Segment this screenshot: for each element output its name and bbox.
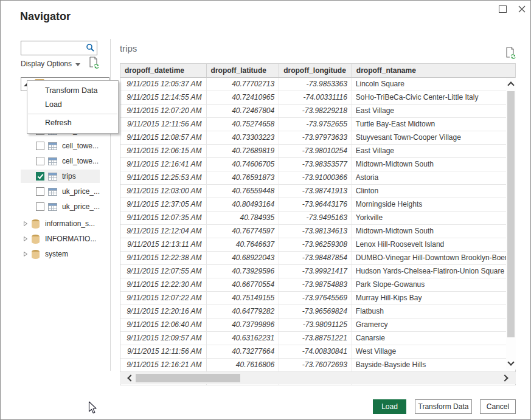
- preview-table: dropoff_datetimedropoff_latitudedropoff_…: [120, 63, 516, 385]
- table-cell: 40.76559448: [207, 185, 280, 198]
- horizontal-scroll-thumb[interactable]: [136, 374, 240, 382]
- transform-data-button[interactable]: Transform Data: [415, 399, 472, 414]
- table-cell: 9/11/2015 12:11:56 AM: [120, 345, 207, 358]
- table-cell: 40.74606705: [207, 158, 280, 171]
- table-cell: 9/11/2015 12:20:16 AM: [120, 305, 207, 318]
- table-cell: Midtown-Midtown South: [352, 225, 515, 238]
- table-icon: [48, 142, 57, 150]
- table-icon: [48, 157, 57, 165]
- table-row: 9/11/2015 12:07:22 AM40.75149155-73.9764…: [120, 292, 515, 305]
- table-cell: -73.76072693: [279, 359, 352, 371]
- tree-item-uk-price[interactable]: uk_price_...: [21, 200, 109, 213]
- table-cell: -73.9752655: [279, 118, 352, 131]
- table-cell: 9/11/2015 12:22:38 AM: [120, 252, 207, 264]
- tree-item-cell-towe[interactable]: cell_towe...: [21, 139, 109, 153]
- table-row: 9/11/2015 12:11:56 AM40.73277664-74.0083…: [120, 345, 515, 359]
- search-input[interactable]: [23, 42, 85, 54]
- tree-item-label: information_s...: [45, 219, 95, 228]
- table-cell: 40.64779282: [207, 305, 280, 318]
- maximize-button[interactable]: [496, 3, 508, 15]
- table-cell: DUMBO-Vinegar Hill-Downtown Brooklyn-Boe…: [352, 252, 515, 264]
- table-cell: 40.76591873: [207, 171, 280, 184]
- table-cell: -74.00331116: [279, 91, 352, 104]
- column-header: dropoff_datetime: [120, 64, 207, 77]
- checkbox[interactable]: [36, 187, 44, 196]
- table-icon: [48, 173, 57, 181]
- table-cell: -73.91000366: [279, 171, 352, 184]
- tree-item-informatio[interactable]: INFORMATIO...: [21, 232, 109, 246]
- menu-separator: [28, 114, 117, 114]
- table-cell: 40.63162231: [207, 332, 280, 345]
- table-cell: -73.9853363: [279, 78, 352, 91]
- table-row: 9/11/2015 12:22:38 AM40.68922043-73.9848…: [120, 252, 515, 265]
- table-cell: 40.7646637: [207, 238, 280, 251]
- display-options-dropdown[interactable]: Display Options: [21, 60, 80, 68]
- table-cell: 9/11/2015 12:03:00 AM: [120, 185, 207, 198]
- table-row: 9/11/2015 12:12:04 AM40.76774597-73.9813…: [120, 225, 515, 238]
- table-row: 9/11/2015 12:08:57 AM40.73303223-73.9797…: [120, 131, 515, 145]
- scroll-left-icon[interactable]: [127, 374, 134, 381]
- expand-chevron-icon[interactable]: [23, 221, 28, 227]
- checkbox[interactable]: [36, 157, 44, 165]
- table-row: 9/11/2015 12:07:20 AM40.72467804-73.9822…: [120, 105, 515, 118]
- table-cell: -73.96259308: [279, 238, 352, 251]
- close-button[interactable]: [516, 3, 528, 15]
- tree-item-information-s[interactable]: information_s...: [21, 217, 109, 230]
- table-icon: [48, 203, 57, 211]
- tree-item-label: cell_towe...: [62, 142, 99, 150]
- horizontal-scrollbar[interactable]: [120, 372, 516, 384]
- tree-item-cell-towe[interactable]: cell_towe...: [21, 154, 109, 168]
- cancel-button[interactable]: Cancel: [480, 399, 516, 414]
- tree-item-label: uk_price_...: [62, 187, 100, 196]
- table-icon: [48, 188, 57, 196]
- mouse-cursor: [88, 401, 98, 415]
- table-cell: -73.98741913: [279, 185, 352, 198]
- scroll-up-icon[interactable]: [507, 81, 514, 88]
- table-cell: 40.68922043: [207, 252, 280, 264]
- tree-item-trips[interactable]: trips: [21, 170, 100, 183]
- table-cell: -73.98487854: [279, 252, 352, 264]
- menu-item-load[interactable]: Load: [27, 98, 118, 112]
- menu-item-transform-data[interactable]: Transform Data: [27, 84, 118, 98]
- table-cell: 9/11/2015 12:08:57 AM: [120, 131, 207, 144]
- table-row: 9/11/2015 12:25:53 AM40.76591873-73.9100…: [120, 171, 515, 185]
- expand-chevron-icon[interactable]: [23, 236, 28, 242]
- checkbox[interactable]: [36, 202, 44, 211]
- table-cell: Bayside-Bayside Hills: [352, 359, 515, 371]
- search-icon[interactable]: [86, 43, 95, 52]
- menu-item-refresh[interactable]: Refresh: [27, 116, 118, 130]
- checkbox[interactable]: [36, 142, 44, 150]
- table-cell: 9/11/2015 12:06:15 AM: [120, 145, 207, 157]
- navigator-dialog: Navigator Display Options cell_tow: [0, 0, 531, 420]
- database-icon: [32, 235, 40, 244]
- column-header: dropoff_ntaname: [352, 64, 515, 77]
- tree-item-label: trips: [62, 172, 76, 181]
- vertical-scroll-thumb[interactable]: [507, 91, 515, 337]
- tree-item-system[interactable]: system: [21, 247, 109, 261]
- load-button[interactable]: Load: [373, 399, 406, 414]
- table-cell: 40.7616806: [207, 359, 280, 371]
- refresh-document-icon[interactable]: [88, 57, 99, 69]
- table-body: 9/11/2015 12:05:37 AM40.77702713-73.9853…: [120, 78, 515, 385]
- table-cell: Yorkville: [352, 212, 515, 224]
- database-icon: [32, 219, 40, 229]
- scroll-down-icon[interactable]: [507, 359, 514, 365]
- table-row: 9/11/2015 12:22:30 AM40.66770554-73.9875…: [120, 278, 515, 292]
- table-cell: Astoria: [352, 171, 515, 184]
- search-box: [21, 41, 97, 55]
- vertical-scrollbar[interactable]: [506, 78, 516, 370]
- table-cell: 9/11/2015 12:22:30 AM: [120, 278, 207, 291]
- tree-item-uk-price[interactable]: uk_price_...: [21, 185, 109, 198]
- expand-chevron-icon[interactable]: [23, 251, 28, 257]
- checkbox[interactable]: [36, 172, 44, 181]
- table-cell: Park Slope-Gowanus: [352, 278, 515, 291]
- refresh-preview-icon[interactable]: [505, 47, 516, 59]
- table-cell: -73.98091125: [279, 318, 352, 331]
- table-header-row: dropoff_datetimedropoff_latitudedropoff_…: [120, 64, 515, 78]
- display-options-label: Display Options: [21, 60, 72, 68]
- table-row: 9/11/2015 12:06:40 AM40.73799896-73.9809…: [120, 318, 515, 332]
- tree-item-label: system: [45, 250, 68, 258]
- table-row: 9/11/2015 12:03:00 AM40.76559448-73.9874…: [120, 185, 515, 198]
- table-cell: 40.72410965: [207, 91, 280, 104]
- scroll-right-icon[interactable]: [501, 374, 508, 381]
